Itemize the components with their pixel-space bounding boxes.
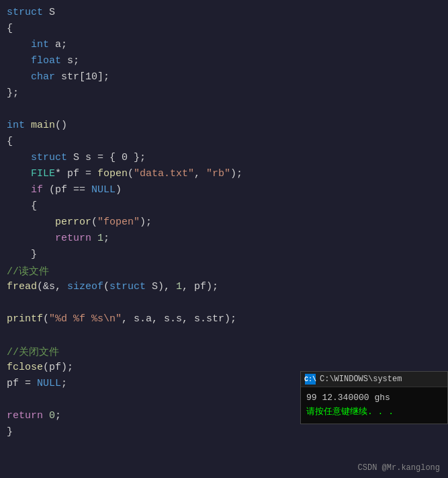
code-line: } xyxy=(0,249,448,265)
code-line: int a; xyxy=(0,39,448,55)
code-line: int main() xyxy=(0,120,448,136)
watermark: CSDN @Mr.kanglong xyxy=(358,463,440,473)
terminal-window: C:\ C:\WINDOWS\system 99 12.340000 ghs 请… xyxy=(300,371,448,424)
code-line: } xyxy=(0,426,448,442)
code-line: //读文件 xyxy=(0,265,448,281)
code-line: { xyxy=(0,23,448,39)
code-line: { xyxy=(0,200,448,216)
terminal-icon: C:\ xyxy=(305,374,316,385)
code-line: perror("fopen"); xyxy=(0,216,448,233)
terminal-output-2: 请按任意键继续. . . xyxy=(306,405,442,420)
code-line: struct S xyxy=(0,7,448,23)
terminal-body: 99 12.340000 ghs 请按任意键继续. . . xyxy=(301,387,447,424)
code-line xyxy=(0,297,448,313)
code-editor: struct S{int a;float s;char str[10];}; i… xyxy=(0,0,448,478)
terminal-titlebar: C:\ C:\WINDOWS\system xyxy=(301,372,447,387)
code-line xyxy=(0,329,448,346)
code-line: if (pf == NULL) xyxy=(0,184,448,200)
code-line: }; xyxy=(0,87,448,104)
terminal-title: C:\WINDOWS\system xyxy=(320,374,402,384)
code-line: //关闭文件 xyxy=(0,346,448,362)
code-line: struct S s = { 0 }; xyxy=(0,152,448,168)
code-line: return 1; xyxy=(0,233,448,249)
code-line: char str[10]; xyxy=(0,71,448,87)
code-line: float s; xyxy=(0,55,448,71)
code-line xyxy=(0,104,448,120)
terminal-output-1: 99 12.340000 ghs xyxy=(306,391,442,405)
code-line: { xyxy=(0,136,448,152)
code-line: FILE* pf = fopen("data.txt", "rb"); xyxy=(0,168,448,184)
code-line: fread(&s, sizeof(struct S), 1, pf); xyxy=(0,281,448,297)
code-line: printf("%d %f %s\n", s.a, s.s, s.str); xyxy=(0,313,448,329)
